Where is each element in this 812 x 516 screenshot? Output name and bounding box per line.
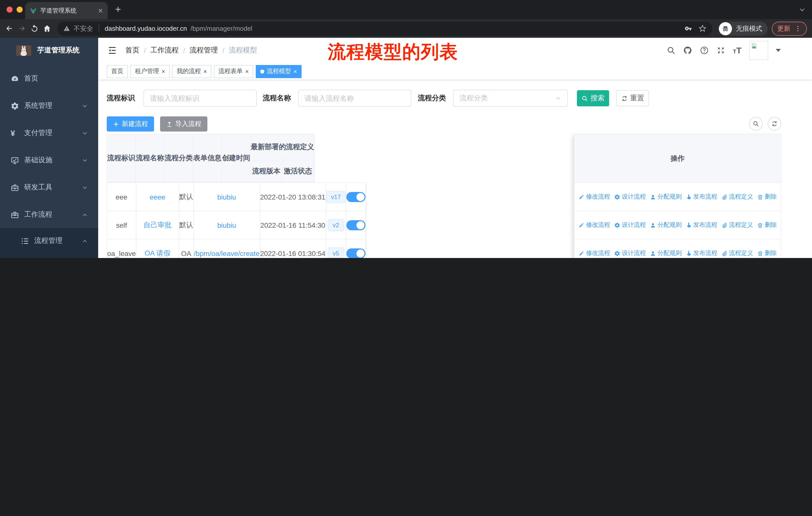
bookmark-star-icon[interactable] [699, 25, 706, 32]
sidebar-item-label: 研发工具 [24, 183, 52, 192]
definition-icon [721, 222, 727, 228]
sidebar-item-devtools[interactable]: 研发工具 [0, 174, 98, 201]
tag-租户管理[interactable]: 租户管理× [130, 65, 170, 78]
action-edit[interactable]: 修改流程 [578, 192, 610, 201]
new-tab-icon[interactable] [114, 5, 122, 13]
action-design[interactable]: 设计流程 [614, 221, 646, 229]
column-header: 流程标识 [107, 134, 136, 182]
sidebar-item-label: 首页 [24, 74, 38, 83]
search-icon[interactable] [667, 46, 675, 55]
publish-icon [686, 250, 692, 256]
action-delete[interactable]: 删除 [757, 192, 777, 201]
reload-icon[interactable] [30, 24, 39, 33]
sidebar-item-workflow[interactable]: 工作流程 [0, 201, 98, 228]
breadcrumb-item[interactable]: 工作流程 [150, 46, 179, 55]
action-publish[interactable]: 发布流程 [686, 192, 717, 201]
design-icon [614, 222, 620, 228]
sidebar-item-process-manage[interactable]: 流程管理 [0, 228, 98, 253]
model-name-link[interactable]: 自己审批 [143, 220, 172, 228]
help-icon[interactable] [700, 46, 709, 55]
refresh-icon [621, 95, 628, 102]
import-model-button[interactable]: 导入流程 [160, 116, 207, 132]
monitor-icon [10, 156, 19, 165]
forward-icon[interactable] [18, 24, 26, 33]
active-toggle[interactable] [346, 192, 366, 202]
chevron-down-icon [82, 103, 88, 109]
tag-close-icon[interactable]: × [203, 68, 207, 74]
action-assign[interactable]: 分配规则 [650, 192, 682, 201]
sidebar-item-infra[interactable]: 基础设施 [0, 147, 98, 174]
tab-search-chevron-icon[interactable] [799, 6, 806, 13]
sidebar-item-process-form[interactable]: 流程表单 [0, 253, 98, 258]
action-assign[interactable]: 分配规则 [650, 221, 682, 229]
minimize-window-button[interactable] [17, 6, 23, 12]
form-info-link[interactable]: biubiu [217, 193, 236, 201]
cell-category: 默认 [179, 183, 194, 211]
model-name-link[interactable]: OA 请假 [144, 249, 170, 257]
action-definition[interactable]: 流程定义 [721, 192, 753, 201]
filter-key-input[interactable] [143, 90, 257, 107]
incognito-label: 无痕模式 [736, 24, 762, 33]
avatar-caret-down-icon[interactable] [776, 49, 781, 52]
action-assign[interactable]: 分配规则 [650, 249, 682, 257]
action-design[interactable]: 设计流程 [614, 192, 646, 201]
breadcrumb-item[interactable]: 流程管理 [190, 46, 218, 55]
page-content: 流程标识 流程名称 流程分类 流程分类 搜索 重置 [98, 80, 812, 258]
avatar[interactable] [749, 41, 768, 60]
close-window-button[interactable] [6, 6, 12, 12]
filter-name-input[interactable] [298, 90, 411, 107]
security-label[interactable]: 不安全 [74, 24, 93, 33]
action-definition[interactable]: 流程定义 [721, 249, 753, 257]
action-publish[interactable]: 发布流程 [686, 221, 717, 229]
sidebar-item-home[interactable]: 首页 [0, 65, 98, 92]
tag-流程表单[interactable]: 流程表单× [214, 65, 253, 78]
tag-close-icon[interactable]: × [162, 68, 165, 74]
action-publish[interactable]: 发布流程 [686, 249, 717, 257]
action-delete[interactable]: 删除 [757, 249, 777, 257]
active-toggle[interactable] [346, 248, 366, 258]
model-name-link[interactable]: eeee [150, 193, 165, 201]
filter-form: 流程标识 流程名称 流程分类 流程分类 搜索 重置 [107, 89, 649, 107]
back-icon[interactable] [5, 24, 13, 33]
tag-close-icon[interactable]: × [245, 68, 249, 74]
search-button[interactable]: 搜索 [577, 90, 609, 106]
app-logo[interactable]: 芋道管理系统 [0, 38, 98, 63]
update-button[interactable]: 更新 [772, 21, 807, 35]
key-icon[interactable] [685, 25, 692, 32]
action-edit[interactable]: 修改流程 [578, 249, 610, 257]
tag-close-icon[interactable]: × [293, 68, 297, 74]
sidebar-item-system[interactable]: 系统管理 [0, 92, 98, 119]
toggle-search-icon[interactable] [749, 117, 763, 131]
sidebar-item-label: 支付管理 [24, 129, 52, 138]
url-divider [99, 25, 99, 32]
action-definition[interactable]: 流程定义 [721, 221, 753, 229]
plus-icon [113, 121, 119, 127]
collapse-sidebar-icon[interactable] [107, 45, 117, 55]
action-delete[interactable]: 删除 [757, 221, 777, 229]
filter-category-select[interactable]: 流程分类 [453, 90, 568, 107]
create-model-button[interactable]: 新建流程 [107, 116, 154, 132]
sidebar-item-payment[interactable]: ¥支付管理 [0, 119, 98, 147]
github-icon[interactable] [683, 46, 692, 55]
tag-首页[interactable]: 首页 [107, 65, 128, 78]
tags-view-bar: 首页租户管理×我的流程×流程表单×流程模型× [98, 63, 812, 80]
refresh-table-icon[interactable] [768, 117, 781, 131]
assign-icon [650, 250, 656, 256]
tag-我的流程[interactable]: 我的流程× [172, 65, 211, 78]
form-info-link[interactable]: biubiu [217, 221, 236, 229]
font-size-icon[interactable]: TT [733, 46, 742, 55]
filter-key-label: 流程标识 [107, 94, 135, 103]
tab-close-icon[interactable]: ✕ [98, 7, 103, 14]
action-design[interactable]: 设计流程 [614, 249, 646, 257]
reset-button[interactable]: 重置 [616, 90, 649, 106]
breadcrumb-item[interactable]: 首页 [125, 46, 140, 55]
fullscreen-icon[interactable] [716, 46, 725, 55]
active-toggle[interactable] [346, 220, 366, 230]
browser-tab[interactable]: 芋道管理系统 ✕ [25, 2, 108, 19]
action-edit[interactable]: 修改流程 [578, 221, 610, 229]
sub-column-header: 流程版本 [251, 160, 282, 182]
tag-流程模型[interactable]: 流程模型× [256, 65, 301, 78]
url-bar[interactable]: 不安全 dashboard.yudao.iocoder.cn /bpm/mana… [57, 21, 712, 35]
home-icon[interactable] [43, 24, 51, 33]
form-info-link[interactable]: /bpm/oa/leave/create [194, 249, 260, 257]
